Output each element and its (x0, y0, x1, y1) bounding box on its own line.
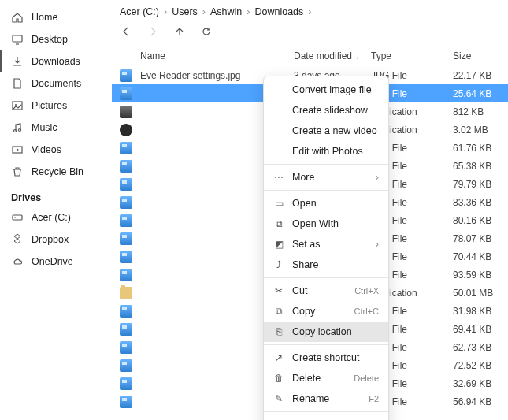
file-icon (112, 287, 140, 299)
file-size: 78.07 KB (453, 233, 508, 244)
col-date[interactable]: Date modified↓ (294, 50, 371, 61)
ctx-label: Convert image file (292, 84, 372, 95)
copyloc-icon: ⎘ (273, 326, 284, 337)
file-icon (112, 377, 140, 390)
refresh-button[interactable] (200, 25, 213, 38)
sidebar-item-pictures[interactable]: Pictures (0, 95, 112, 117)
ctx-label: Copy (292, 306, 315, 317)
file-size: 25.64 KB (453, 88, 508, 99)
file-size: 32.69 KB (453, 378, 508, 389)
ctx-edit-with-photos[interactable]: Edit with Photos (264, 141, 388, 162)
rename-icon: ✎ (273, 393, 284, 404)
context-menu: Convert image fileCreate slideshowCreate… (263, 76, 389, 420)
file-icon (112, 396, 140, 408)
file-icon (112, 305, 140, 318)
breadcrumb-segment[interactable]: Downloads (254, 6, 303, 17)
svg-rect-6 (13, 215, 22, 220)
file-size: 61.76 KB (453, 143, 508, 154)
ctx-copy[interactable]: ⧉CopyCtrl+C (264, 301, 388, 322)
sidebar-item-label: Dropbox (32, 234, 69, 245)
drives-header: Drives (0, 183, 112, 206)
file-icon (112, 160, 140, 173)
ctx-set-as[interactable]: ◩Set as› (264, 234, 388, 255)
ctx-create-shortcut[interactable]: ↗Create shortcut (264, 348, 388, 368)
col-name[interactable]: Name (140, 50, 294, 61)
ctx-shortcut: F2 (369, 394, 379, 403)
file-size: 93.59 KB (453, 269, 508, 281)
blank-icon (273, 125, 284, 136)
ctx-delete[interactable]: 🗑DeleteDelete (264, 368, 388, 388)
dropbox-icon (11, 233, 24, 246)
sort-indicator-icon: ↓ (355, 50, 360, 61)
ctx-open[interactable]: ▭Open (264, 193, 388, 214)
col-type[interactable]: Type (371, 50, 453, 61)
svg-point-2 (15, 104, 17, 106)
file-icon (112, 106, 140, 118)
separator (264, 277, 388, 278)
ctx-label: Cut (292, 285, 307, 296)
chevron-right-icon: › (247, 6, 250, 17)
sidebar-item-videos[interactable]: Videos (0, 139, 112, 161)
onedrive-icon (11, 255, 24, 268)
sidebar-item-dropbox[interactable]: Dropbox (0, 229, 112, 251)
sidebar-item-label: Videos (32, 144, 61, 155)
separator (264, 190, 388, 191)
forward-button[interactable] (146, 25, 159, 38)
ctx-create-a-new-video[interactable]: Create a new video (264, 121, 388, 141)
sidebar-item-downloads[interactable]: Downloads (0, 50, 112, 72)
chevron-right-icon: › (202, 6, 206, 17)
up-button[interactable] (173, 25, 186, 38)
sidebar-item-documents[interactable]: Documents (0, 72, 112, 95)
breadcrumb[interactable]: Acer (C:)›Users›Ashwin›Downloads› (112, 0, 508, 20)
ctx-label: Create slideshow (292, 105, 368, 116)
downloads-icon (11, 55, 24, 68)
file-icon (112, 214, 140, 227)
svg-point-4 (19, 129, 21, 132)
breadcrumb-segment[interactable]: Ashwin (210, 6, 242, 17)
setas-icon: ◩ (273, 239, 284, 250)
sidebar-item-music[interactable]: Music (0, 117, 112, 139)
file-size: 79.79 KB (453, 179, 508, 190)
ctx-label: Open With (292, 218, 339, 229)
file-size: 72.52 KB (453, 360, 508, 371)
sidebar-item-label: Documents (32, 78, 81, 89)
sidebar-item-acer-c-[interactable]: Acer (C:) (0, 206, 112, 229)
openwith-icon: ⧉ (273, 218, 284, 229)
sidebar-item-onedrive[interactable]: OneDrive (0, 251, 112, 273)
main-pane: Acer (C:)›Users›Ashwin›Downloads› Name D… (112, 0, 508, 420)
sidebar-item-home[interactable]: Home (0, 6, 112, 28)
ctx-open-with[interactable]: ⧉Open With (264, 214, 388, 234)
ctx-copy-location[interactable]: ⎘Copy location (264, 322, 388, 342)
file-size: 50.01 MB (453, 288, 508, 299)
ctx-convert-image-file[interactable]: Convert image file (264, 80, 388, 100)
ctx-shortcut: Ctrl+X (354, 286, 379, 295)
ctx-shortcut: Ctrl+C (354, 307, 379, 316)
chevron-right-icon: › (164, 6, 167, 17)
file-icon (112, 251, 140, 263)
sidebar-item-desktop[interactable]: Desktop (0, 28, 112, 50)
shortcut-icon: ↗ (273, 352, 284, 363)
share-icon: ⤴ (273, 259, 284, 270)
ctx-shortcut: Delete (354, 374, 379, 383)
ctx-more[interactable]: ⋯More› (264, 167, 388, 188)
ctx-rename[interactable]: ✎RenameF2 (264, 388, 388, 409)
col-size[interactable]: Size (453, 50, 508, 61)
ctx-share[interactable]: ⤴Share (264, 255, 388, 275)
documents-icon (11, 77, 24, 90)
separator (264, 411, 388, 412)
ctx-cut[interactable]: ✂CutCtrl+X (264, 281, 388, 301)
ctx-properties[interactable]: ⓘProperties (264, 414, 388, 420)
sidebar-item-recycle-bin[interactable]: Recycle Bin (0, 161, 112, 183)
ctx-label: Copy location (292, 326, 352, 337)
breadcrumb-segment[interactable]: Users (172, 6, 198, 17)
file-size: 3.02 MB (453, 125, 508, 136)
ctx-create-slideshow[interactable]: Create slideshow (264, 100, 388, 121)
sidebar-item-label: Desktop (32, 34, 68, 45)
file-size: 22.17 KB (453, 70, 508, 81)
file-size: 69.41 KB (453, 324, 508, 335)
breadcrumb-segment[interactable]: Acer (C:) (120, 6, 159, 17)
file-size: 31.98 KB (453, 306, 508, 317)
separator (264, 164, 388, 165)
more-icon: ⋯ (273, 172, 284, 183)
back-button[interactable] (120, 25, 132, 38)
